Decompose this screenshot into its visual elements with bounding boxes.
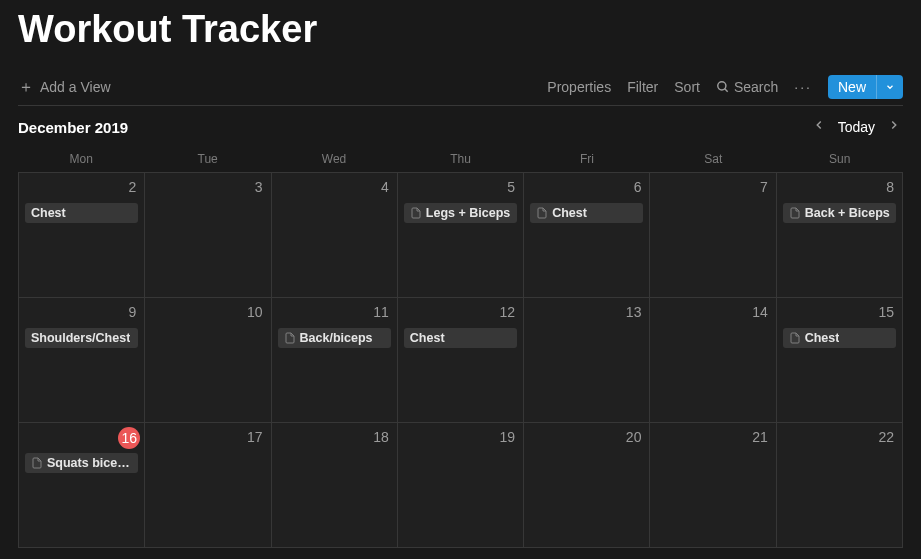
chevron-left-icon xyxy=(812,118,826,132)
calendar-cell[interactable]: 9Shoulders/Chest xyxy=(19,298,145,423)
next-month-button[interactable] xyxy=(885,118,903,136)
day-number-today: 16 xyxy=(118,427,140,449)
calendar-cell[interactable]: 2Chest xyxy=(19,173,145,298)
event-pill[interactable]: Legs + Biceps xyxy=(404,203,517,223)
event-pill[interactable]: Chest xyxy=(404,328,517,348)
day-number: 10 xyxy=(247,304,263,320)
svg-point-0 xyxy=(718,82,726,90)
calendar-cell[interactable]: 12Chest xyxy=(398,298,524,423)
page-icon xyxy=(536,207,548,219)
calendar-cell[interactable]: 8Back + Biceps xyxy=(777,173,903,298)
day-number: 11 xyxy=(373,304,389,320)
add-view-label: Add a View xyxy=(40,79,111,95)
events-container: Chest xyxy=(530,203,643,223)
calendar-cell[interactable]: 15Chest xyxy=(777,298,903,423)
event-pill[interactable]: Chest xyxy=(25,203,138,223)
new-button[interactable]: New xyxy=(828,75,876,99)
calendar-cell[interactable]: 16Squats bice… xyxy=(19,423,145,548)
today-button[interactable]: Today xyxy=(838,119,875,135)
event-label: Back/biceps xyxy=(300,331,373,345)
weekday-row: MonTueWedThuFriSatSun xyxy=(18,146,903,172)
day-number: 13 xyxy=(626,304,642,320)
calendar-header: December 2019 Today xyxy=(18,106,903,142)
event-label: Back + Biceps xyxy=(805,206,890,220)
calendar-cell[interactable]: 13 xyxy=(524,298,650,423)
day-number: 5 xyxy=(507,179,515,195)
prev-month-button[interactable] xyxy=(810,118,828,136)
properties-button[interactable]: Properties xyxy=(547,79,611,95)
events-container: Back + Biceps xyxy=(783,203,896,223)
weekday-label: Sat xyxy=(650,146,776,172)
day-number: 22 xyxy=(878,429,894,445)
event-pill[interactable]: Back + Biceps xyxy=(783,203,896,223)
plus-icon: ＋ xyxy=(18,79,34,95)
event-label: Shoulders/Chest xyxy=(31,331,130,345)
month-label: December 2019 xyxy=(18,119,128,136)
new-dropdown-button[interactable] xyxy=(876,75,903,99)
event-pill[interactable]: Chest xyxy=(783,328,896,348)
event-label: Chest xyxy=(410,331,445,345)
events-container: Legs + Biceps xyxy=(404,203,517,223)
page-icon xyxy=(789,207,801,219)
day-number: 20 xyxy=(626,429,642,445)
event-label: Chest xyxy=(805,331,840,345)
calendar-cell[interactable]: 7 xyxy=(650,173,776,298)
events-container: Shoulders/Chest xyxy=(25,328,138,348)
toolbar-controls: Properties Filter Sort Search ··· New xyxy=(547,75,903,99)
search-label: Search xyxy=(734,79,778,95)
weekday-label: Tue xyxy=(144,146,270,172)
event-label: Chest xyxy=(552,206,587,220)
day-number: 14 xyxy=(752,304,768,320)
new-button-group: New xyxy=(828,75,903,99)
events-container: Back/biceps xyxy=(278,328,391,348)
day-number: 8 xyxy=(886,179,894,195)
calendar-cell[interactable]: 5Legs + Biceps xyxy=(398,173,524,298)
calendar-cell[interactable]: 18 xyxy=(272,423,398,548)
event-label: Legs + Biceps xyxy=(426,206,510,220)
event-pill[interactable]: Chest xyxy=(530,203,643,223)
calendar-cell[interactable]: 17 xyxy=(145,423,271,548)
calendar-cell[interactable]: 6Chest xyxy=(524,173,650,298)
chevron-down-icon xyxy=(885,82,895,92)
events-container: Squats bice… xyxy=(25,453,138,473)
event-label: Squats bice… xyxy=(47,456,130,470)
page-title: Workout Tracker xyxy=(18,0,903,69)
events-container: Chest xyxy=(25,203,138,223)
day-number: 12 xyxy=(500,304,516,320)
calendar-cell[interactable]: 14 xyxy=(650,298,776,423)
event-pill[interactable]: Shoulders/Chest xyxy=(25,328,138,348)
day-number: 21 xyxy=(752,429,768,445)
weekday-label: Thu xyxy=(397,146,523,172)
more-button[interactable]: ··· xyxy=(794,79,812,95)
weekday-label: Sun xyxy=(777,146,903,172)
calendar-cell[interactable]: 22 xyxy=(777,423,903,548)
search-button[interactable]: Search xyxy=(716,79,778,95)
day-number: 19 xyxy=(500,429,516,445)
add-view-button[interactable]: ＋ Add a View xyxy=(18,79,111,95)
toolbar: ＋ Add a View Properties Filter Sort Sear… xyxy=(18,69,903,106)
page-icon xyxy=(31,457,43,469)
weekday-label: Fri xyxy=(524,146,650,172)
calendar-cell[interactable]: 11Back/biceps xyxy=(272,298,398,423)
event-pill[interactable]: Back/biceps xyxy=(278,328,391,348)
day-number: 18 xyxy=(373,429,389,445)
calendar-cell[interactable]: 4 xyxy=(272,173,398,298)
search-icon xyxy=(716,80,730,94)
page-icon xyxy=(410,207,422,219)
filter-button[interactable]: Filter xyxy=(627,79,658,95)
sort-button[interactable]: Sort xyxy=(674,79,700,95)
day-number: 9 xyxy=(128,304,136,320)
day-number: 7 xyxy=(760,179,768,195)
calendar-cell[interactable]: 10 xyxy=(145,298,271,423)
events-container: Chest xyxy=(783,328,896,348)
event-pill[interactable]: Squats bice… xyxy=(25,453,138,473)
calendar-cell[interactable]: 19 xyxy=(398,423,524,548)
day-number: 6 xyxy=(634,179,642,195)
day-number: 4 xyxy=(381,179,389,195)
calendar-nav: Today xyxy=(810,118,903,136)
calendar-cell[interactable]: 21 xyxy=(650,423,776,548)
calendar-grid: 2Chest345Legs + Biceps6Chest78Back + Bic… xyxy=(18,172,903,548)
page-icon xyxy=(789,332,801,344)
calendar-cell[interactable]: 20 xyxy=(524,423,650,548)
calendar-cell[interactable]: 3 xyxy=(145,173,271,298)
